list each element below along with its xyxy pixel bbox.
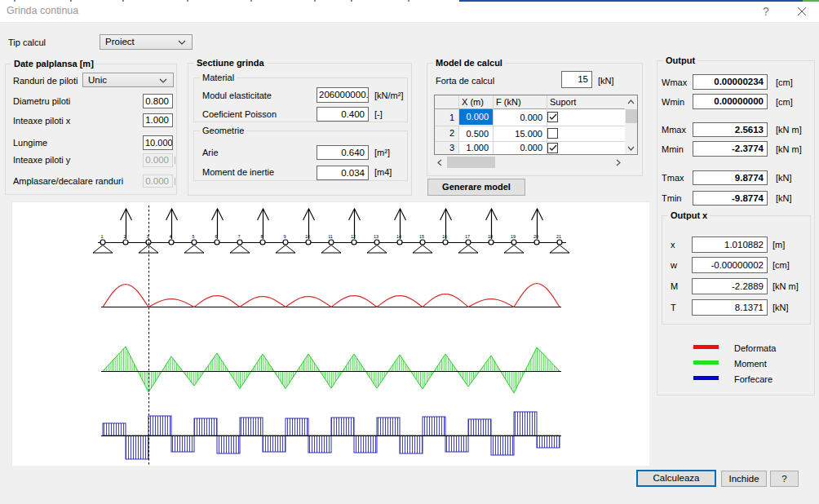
svg-text:14: 14 [396, 234, 401, 239]
svg-text:5: 5 [192, 234, 194, 239]
svg-text:2: 2 [123, 234, 126, 239]
svg-text:19: 19 [511, 234, 516, 239]
svg-text:21: 21 [556, 234, 561, 239]
svg-text:16: 16 [442, 234, 447, 239]
svg-text:12: 12 [351, 234, 356, 239]
svg-text:17: 17 [465, 234, 470, 239]
svg-text:6: 6 [215, 234, 217, 239]
svg-text:7: 7 [237, 234, 240, 239]
svg-text:11: 11 [328, 234, 333, 239]
svg-text:13: 13 [374, 234, 379, 239]
svg-text:1: 1 [100, 234, 103, 239]
svg-text:18: 18 [488, 234, 493, 239]
svg-text:8: 8 [260, 234, 263, 239]
svg-text:4: 4 [169, 234, 171, 239]
svg-text:10: 10 [305, 234, 310, 239]
svg-text:9: 9 [283, 234, 286, 239]
svg-text:15: 15 [419, 234, 424, 239]
svg-text:20: 20 [533, 234, 538, 239]
